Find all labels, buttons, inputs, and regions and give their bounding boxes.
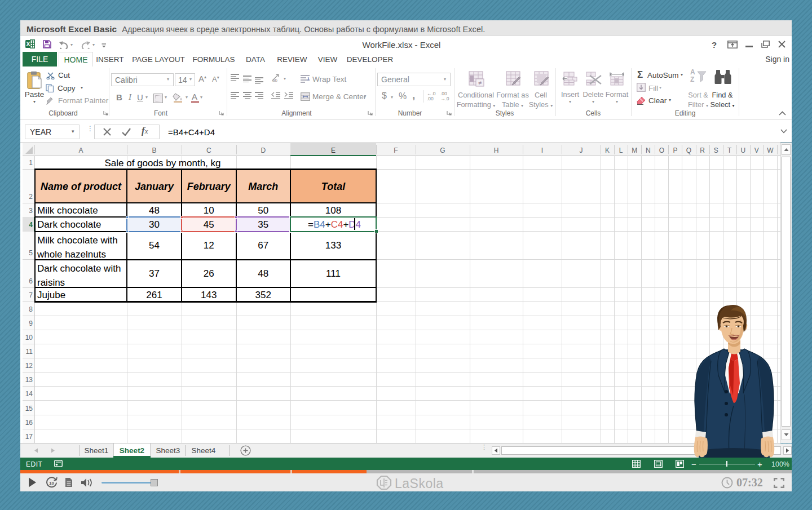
svg-text:10: 10 bbox=[49, 481, 54, 486]
svg-text:X: X bbox=[26, 41, 30, 47]
svg-text:≠: ≠ bbox=[478, 79, 482, 86]
svg-text:ab: ab bbox=[272, 78, 277, 82]
